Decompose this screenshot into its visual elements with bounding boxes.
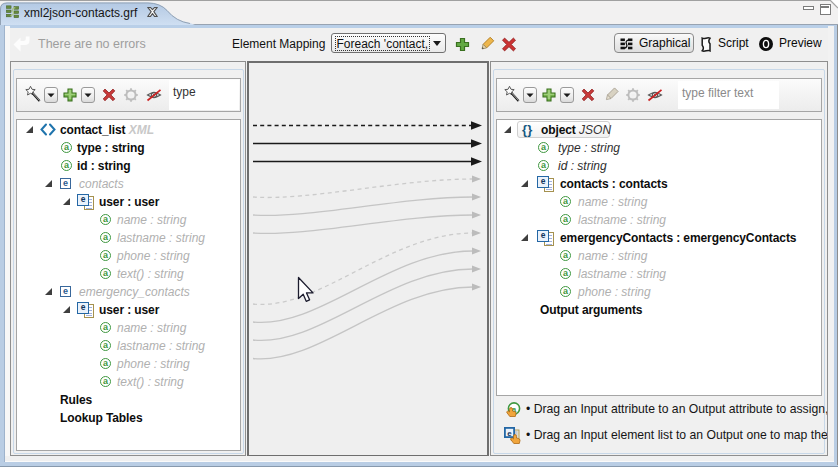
svg-text:e: e (507, 429, 512, 438)
